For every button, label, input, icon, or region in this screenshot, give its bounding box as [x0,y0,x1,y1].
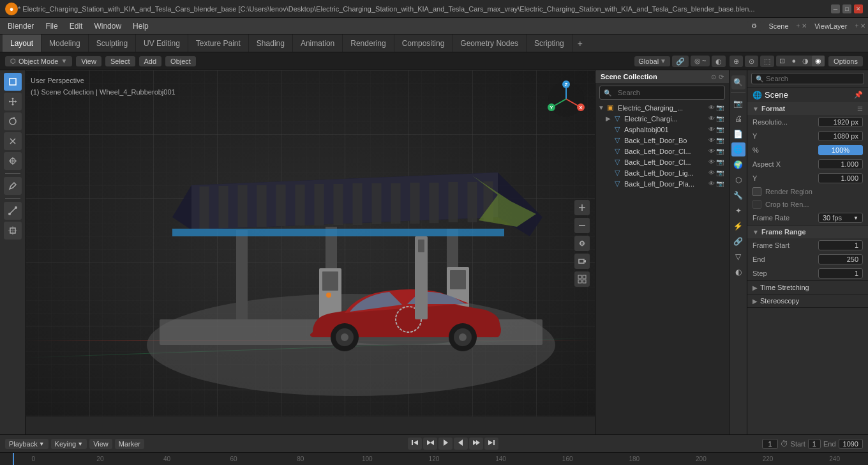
aspect-y-value[interactable]: 1.000 [818,173,863,183]
view-layer-remove-icon[interactable]: ✕ [860,22,865,29]
aspect-x-value[interactable]: 1.000 [818,159,863,169]
tree-item-6[interactable]: ▽ Back_Left_Door_Lig... 👁 📷 [595,167,729,178]
minimize-button[interactable]: ─ [831,4,840,13]
outliner-search-input[interactable] [614,88,721,98]
tree-item-3[interactable]: ▽ Back_Left_Door_Bo 👁 📷 [595,135,729,146]
options-button[interactable]: Options [828,56,863,66]
show-overlays[interactable]: ⊙ [745,56,758,67]
play-back-button[interactable] [438,438,453,450]
tree-item-5[interactable]: ▽ Back_Left_Door_Cl... 👁 📷 [595,156,729,167]
format-menu-icon[interactable]: ☰ [857,105,863,112]
xray-toggle[interactable]: ⬚ [760,56,774,67]
maximize-button[interactable]: □ [842,4,851,13]
viewport-gizmo[interactable]: Z X Y [544,77,588,121]
render-engine-selector[interactable]: ⚙ [747,21,761,31]
zoom-out-button[interactable] [574,218,590,233]
menu-edit[interactable]: Edit [64,20,88,33]
select-menu[interactable]: Select [105,56,135,66]
solid-btn[interactable]: ● [788,56,799,66]
view-menu-tl[interactable]: View [89,439,112,449]
menu-help[interactable]: Help [128,20,154,33]
move-view-button[interactable] [574,236,590,251]
tab-modeling[interactable]: Modeling [41,34,89,52]
tree-item-root[interactable]: ▼ ▣ Electric_Charging_... 👁 📷 [595,102,729,113]
tab-layout[interactable]: Layout [3,34,41,52]
view-menu[interactable]: View [76,56,101,66]
props-search-icon[interactable]: 🔍 [731,75,745,89]
step-back-button[interactable] [423,438,437,450]
add-menu[interactable]: Add [139,56,162,66]
vis-cam-0[interactable]: 📷 [716,104,724,111]
render-region-checkbox[interactable] [752,187,761,196]
toggle-quad-view[interactable] [574,271,590,287]
playback-menu[interactable]: Playback ▼ [5,439,49,449]
camera-view-button[interactable] [574,254,590,269]
timeline-strip[interactable]: 0 20 40 60 80 100 120 140 160 180 200 22… [0,452,868,465]
transform-selector[interactable]: Global ▼ [634,56,670,66]
frame-step-value[interactable]: 1 [818,268,863,278]
vis-eye-6[interactable]: 👁 [708,169,715,176]
stereoscopy-header[interactable]: ▶ Stereoscopy [747,294,868,307]
add-primitive-tool[interactable] [4,222,22,240]
menu-window[interactable]: Window [89,20,126,33]
snap-button[interactable]: 🔗 [672,56,689,67]
outliner-sync-icon[interactable]: ⟳ [719,73,724,80]
frame-range-header[interactable]: ▼ Frame Range [747,225,868,238]
frame-end-value[interactable]: 250 [818,254,863,264]
props-material-icon[interactable]: ◐ [731,265,745,279]
add-workspace-button[interactable]: + [572,36,588,51]
scene-selector[interactable]: Scene [763,21,793,31]
annotate-tool[interactable] [4,177,22,195]
viewport-canvas[interactable]: User Perspective (1) Scene Collection | … [26,70,595,416]
play-button[interactable] [454,438,468,450]
show-gizmos[interactable]: ⊕ [730,56,743,67]
view-layer-selector[interactable]: ViewLayer [809,21,852,31]
proportional-edit[interactable]: ◎ ~ [691,56,710,66]
outliner-filter-icon[interactable]: ⊙ [711,73,716,80]
vis-eye-4[interactable]: 👁 [708,148,715,155]
object-menu[interactable]: Object [165,56,196,66]
marker-menu[interactable]: Marker [115,439,144,449]
vis-cam-5[interactable]: 📷 [716,158,724,165]
props-object-icon[interactable]: ⬡ [731,173,745,187]
props-constraints-icon[interactable]: 🔗 [731,234,745,248]
props-physics-icon[interactable]: ⚡ [731,219,745,233]
transform-tool[interactable] [4,152,22,170]
time-stretching-header[interactable]: ▶ Time Stretching [747,281,868,294]
vis-eye-5[interactable]: 👁 [708,158,715,165]
menu-blender[interactable]: Blender [3,20,39,33]
keying-menu[interactable]: Keying ▼ [51,439,87,449]
props-pin-icon[interactable]: 📌 [854,91,863,99]
props-search-input[interactable] [766,75,860,82]
shading-type[interactable]: ◐ [712,56,726,67]
mode-selector[interactable]: ⬡ Object Mode ▼ [5,56,72,66]
shading-buttons[interactable]: ⊡ ● ◑ ◉ [776,56,825,66]
end-frame-input[interactable]: 1090 [839,439,863,449]
vis-eye-3[interactable]: 👁 [708,137,715,144]
tab-sculpting[interactable]: Sculpting [89,34,136,52]
tab-animation[interactable]: Animation [293,34,343,52]
vis-eye-1[interactable]: 👁 [708,115,715,122]
rotate-tool[interactable] [4,112,22,130]
props-view-layer-icon[interactable]: 📄 [731,127,745,141]
vis-eye-0[interactable]: 👁 [708,104,715,111]
resolution-percent-value[interactable]: 100% [818,145,863,155]
tree-item-4[interactable]: ▽ Back_Left_Door_Cl... 👁 📷 [595,146,729,156]
resolution-y-value[interactable]: 1080 px [818,131,863,141]
props-world-icon[interactable]: 🌍 [731,158,745,172]
viewport[interactable]: User Perspective (1) Scene Collection | … [26,70,595,434]
zoom-in-button[interactable] [574,200,590,215]
tab-compositing[interactable]: Compositing [394,34,453,52]
tab-geometry-nodes[interactable]: Geometry Nodes [453,34,527,52]
scene-remove-icon[interactable]: ✕ [802,22,807,29]
tab-uv-editing[interactable]: UV Editing [136,34,188,52]
select-tool[interactable] [4,73,22,91]
wireframe-btn[interactable]: ⊡ [776,56,788,66]
props-render-icon[interactable]: 📷 [731,96,745,111]
view-layer-add-icon[interactable]: + [855,22,858,29]
jump-end-button[interactable] [484,438,498,450]
rendered-btn[interactable]: ◉ [812,56,825,66]
vis-cam-3[interactable]: 📷 [716,137,724,144]
vis-cam-6[interactable]: 📷 [716,169,724,176]
move-tool[interactable] [4,93,22,111]
